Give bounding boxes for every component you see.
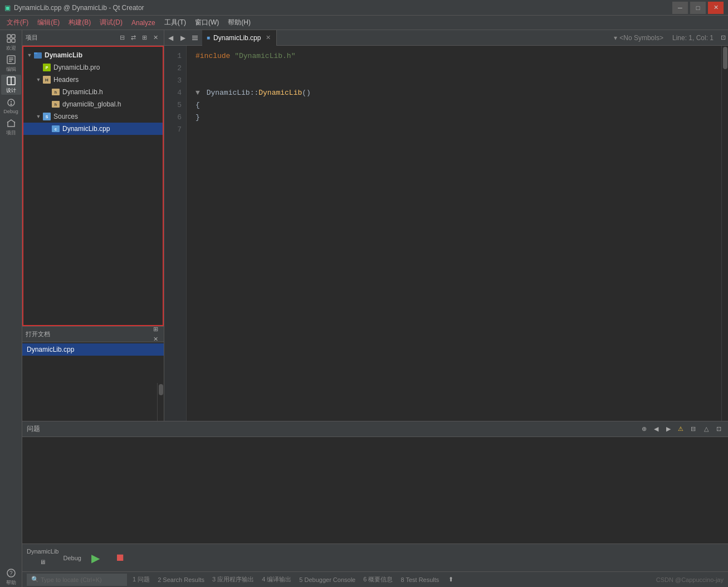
open-doc-label: DynamicLib.cpp (27, 346, 74, 353)
issues-header: 问题 ⊕ ◀ ▶ ⚠ ⊟ △ ⊡ (22, 421, 728, 437)
svg-text:?: ? (9, 570, 13, 576)
open-doc-dynamiclib-cpp[interactable]: DynamicLib.cpp (22, 343, 164, 356)
tree-item-dynamiclib-h[interactable]: h DynamicLib.h (23, 86, 163, 98)
menu-item-0[interactable]: 文件(F) (2, 16, 33, 30)
editor-area: ◀ ▶ ■ DynamicLib.cpp ✕ ▾ <No Symbols> (164, 30, 728, 421)
close-panel-btn[interactable]: ✕ (150, 33, 160, 43)
split-btn[interactable]: ⊞ (139, 33, 149, 43)
menu-item-1[interactable]: 编辑(E) (33, 16, 64, 30)
edit-label: 编辑 (6, 66, 16, 73)
issues-content (22, 437, 728, 544)
symbols-dropdown-icon: ▾ (614, 34, 617, 42)
sidebar-icons: 欢迎 编辑 设计 Debug 项目 ? 帮助 (0, 30, 22, 587)
menu-item-2[interactable]: 构建(B) (64, 16, 95, 30)
close-button[interactable]: ✕ (708, 2, 724, 14)
tree-item-pro[interactable]: P DynamicLib.pro (23, 61, 163, 74)
status-overview[interactable]: 6 概要信息 (361, 575, 395, 584)
status-app-output[interactable]: 3 应用程序输出 (210, 575, 256, 584)
tab-close-cpp[interactable]: ✕ (264, 34, 272, 42)
statusbar: 🔍 Type to locate (Ctrl+K) 1 问题 2 Search … (22, 571, 728, 587)
sidebar-debug-btn[interactable]: Debug (1, 96, 21, 116)
tab-line-info: Line: 1, Col: 1 (668, 34, 718, 42)
status-debugger-console[interactable]: 5 Debugger Console (297, 576, 358, 583)
line-num-1: 1 (164, 50, 182, 62)
code-content[interactable]: #include "DynamicLib.h" ▼ DynamicLib::Dy… (187, 46, 721, 421)
sidebar-help-btn[interactable]: ? 帮助 (1, 567, 21, 587)
issues-next-btn[interactable]: ▶ (663, 424, 673, 434)
pro-icon: P (42, 63, 51, 72)
project-panel: 项目 ⊟ ⇄ ⊞ ✕ (22, 30, 164, 421)
open-docs-split-btn[interactable]: ⊞ (150, 324, 160, 334)
tree-label-dynamiclib-h: DynamicLib.h (62, 88, 103, 96)
top-area: 项目 ⊟ ⇄ ⊞ ✕ (22, 30, 728, 421)
issues-close-btn[interactable]: ⊡ (714, 424, 724, 434)
main-layout: 欢迎 编辑 设计 Debug 项目 ? 帮助 项目 (0, 30, 728, 587)
issues-warn-icon: ⚠ (676, 424, 686, 434)
tree-item-headers[interactable]: H Headers (23, 74, 163, 86)
minimize-button[interactable]: ─ (672, 2, 688, 14)
editor-tab-dynamiclib-cpp[interactable]: ■ DynamicLib.cpp ✕ (202, 30, 277, 46)
tree-item-dynamiclib-cpp[interactable]: c DynamicLib.cpp (23, 123, 163, 135)
editor-scrollbar[interactable] (721, 46, 728, 421)
sidebar-welcome-btn[interactable]: 欢迎 (1, 32, 21, 52)
issues-expand-btn[interactable]: △ (701, 424, 711, 434)
bottom-kit-label: Debug (63, 555, 81, 561)
status-search-results[interactable]: 2 Search Results (155, 576, 207, 583)
run-button[interactable]: ▶ (86, 548, 106, 568)
sidebar-projects-btn[interactable]: 项目 (1, 117, 21, 137)
editor-scrollbar-thumb[interactable] (723, 47, 727, 69)
tree-item-dynamiclib-root[interactable]: DynamicLib (23, 49, 163, 61)
menu-item-7[interactable]: 帮助(H) (223, 16, 255, 30)
file-tree: DynamicLib P DynamicLib.pro (22, 46, 164, 326)
status-more-btn[interactable]: ⬆ (446, 575, 456, 585)
sync-btn[interactable]: ⇄ (128, 33, 138, 43)
code-editor: 1 2 3 4 5 6 7 #include "DynamicLib.h" ▼ … (164, 46, 728, 421)
issues-panel: 问题 ⊕ ◀ ▶ ⚠ ⊟ △ ⊡ (22, 421, 728, 544)
menu-item-4[interactable]: Analyze (127, 16, 160, 30)
issues-filter2-btn[interactable]: ⊟ (688, 424, 698, 434)
tab-back-btn[interactable]: ◀ (164, 32, 177, 44)
titlebar: ▣ DynamicLib.cpp @ DynamicLib - Qt Creat… (0, 0, 728, 16)
svg-rect-0 (7, 35, 11, 38)
line-numbers: 1 2 3 4 5 6 7 (164, 46, 187, 421)
tree-item-global-h[interactable]: h dynamiclib_global.h (23, 98, 163, 110)
menu-item-6[interactable]: 窗口(W) (190, 16, 223, 30)
maximize-button[interactable]: □ (690, 2, 706, 14)
menu-item-3[interactable]: 调试(D) (95, 16, 127, 30)
status-overview-text: 6 概要信息 (363, 575, 393, 584)
tree-label-dynamiclib-cpp: DynamicLib.cpp (62, 125, 110, 133)
open-docs-scrollbar[interactable] (157, 383, 164, 421)
status-debugger-text: 5 Debugger Console (299, 576, 355, 583)
stop-button[interactable]: ⏹ (110, 548, 130, 568)
tab-label-cpp: DynamicLib.cpp (213, 34, 261, 42)
status-test-results[interactable]: 8 Test Results (398, 576, 441, 583)
design-label: 设计 (6, 87, 16, 94)
title-icon: ▣ (4, 4, 11, 12)
issues-title: 问题 (27, 424, 636, 434)
issues-prev-btn[interactable]: ◀ (651, 424, 661, 434)
sidebar-edit-btn[interactable]: 编辑 (1, 54, 21, 74)
tab-expand-btn[interactable]: ⊡ (718, 33, 728, 43)
sidebar-design-btn[interactable]: 设计 (1, 75, 21, 95)
bottom-debug-btn[interactable]: 🖥 (35, 556, 51, 568)
tab-menu-btn[interactable] (189, 32, 201, 44)
issues-filter-btn[interactable]: ⊕ (639, 424, 649, 434)
tree-item-sources[interactable]: S Sources (23, 110, 163, 123)
open-docs-panel: 打开文档 ⊞ ✕ DynamicLib.cpp (22, 326, 164, 421)
status-compile-output[interactable]: 4 编译输出 (260, 575, 294, 584)
search-icon: 🔍 (31, 576, 39, 583)
sources-icon: S (42, 112, 51, 121)
line-num-6: 6 (164, 111, 182, 124)
statusbar-search-area[interactable]: 🔍 Type to locate (Ctrl+K) (27, 574, 127, 586)
status-issues-text: 1 问题 (133, 575, 150, 584)
svg-rect-2 (7, 39, 11, 42)
status-issues[interactable]: 1 问题 (130, 575, 152, 584)
project-panel-header: 项目 ⊟ ⇄ ⊞ ✕ (22, 30, 164, 46)
menu-item-5[interactable]: 工具(T) (160, 16, 190, 30)
svg-rect-18 (192, 37, 198, 38)
window-title: DynamicLib.cpp @ DynamicLib - Qt Creator (14, 4, 672, 12)
help-label: 帮助 (6, 579, 16, 586)
tab-forward-btn[interactable]: ▶ (177, 32, 189, 44)
project-panel-title: 项目 (26, 33, 115, 42)
filter-btn[interactable]: ⊟ (117, 33, 127, 43)
